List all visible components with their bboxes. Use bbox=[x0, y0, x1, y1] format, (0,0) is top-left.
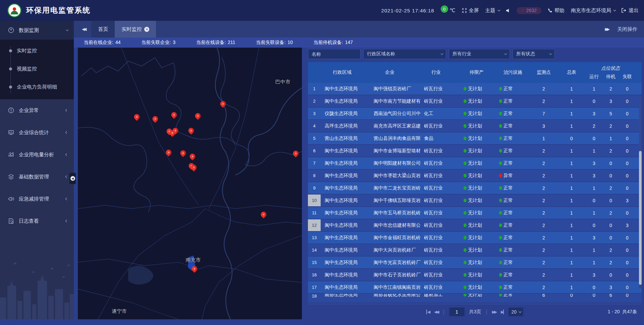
fullscreen-button[interactable]: 全屏 bbox=[462, 7, 479, 14]
cell-facility: 正常 bbox=[494, 222, 530, 228]
cell-run-count: 2 bbox=[586, 123, 602, 129]
fullscreen-icon bbox=[462, 8, 467, 13]
tabs-scroll-right-icon[interactable]: ▶▶ bbox=[605, 27, 608, 32]
cell-stop-count: 0 bbox=[602, 272, 619, 278]
scrollbar-thumb[interactable] bbox=[639, 151, 642, 285]
cell-run-count: 1 bbox=[586, 185, 602, 191]
table-row[interactable]: 13 阆中生态环境局 阆中市金福旺页岩机砖 砖瓦行业 无计划 正常 2 1 3 … bbox=[308, 232, 642, 244]
tabs-scroll-left-icon[interactable]: ◀◀ bbox=[74, 27, 91, 32]
sidebar-subitem-label: 实时监控 bbox=[17, 48, 37, 54]
table-scrollbar[interactable] bbox=[639, 97, 642, 288]
table-row[interactable]: 14 阆中生态环境局 阆中大兴页岩机砖厂 砖瓦行业 无计划 正常 2 1 1 2… bbox=[308, 244, 642, 257]
region-select[interactable]: 行政区域名称 bbox=[363, 49, 446, 59]
sidebar-item-label: 企业综合统计 bbox=[19, 129, 61, 136]
map-panel[interactable]: 巴中市南充市遂宁市 bbox=[78, 48, 302, 319]
cell-facility: 异常 bbox=[494, 173, 530, 179]
org-dropdown[interactable]: 南充市生态环境局 bbox=[571, 7, 615, 14]
table-row[interactable]: 16 阆中生态环境局 阆中市石子页岩机砖厂 砖瓦行业 无计划 正常 2 1 3 … bbox=[308, 269, 642, 281]
next-page-icon[interactable]: ▶▶ bbox=[492, 310, 496, 314]
cell-industry: 砖瓦行业 bbox=[424, 210, 456, 216]
cell-monitor-count: 2 bbox=[530, 173, 557, 178]
cell-stop-count: 0 bbox=[602, 198, 619, 203]
table-row[interactable]: 3 仪陇生态环境局 西南油气田分公司川中 化工 无计划 正常 7 1 3 5 0 bbox=[308, 108, 642, 120]
facility-status-dot bbox=[499, 294, 502, 296]
cell-industry: 砖瓦行业 bbox=[424, 185, 456, 191]
tab-realtime-monitor[interactable]: 实时监控 ✕ bbox=[115, 21, 156, 38]
app-logo-icon bbox=[7, 3, 21, 17]
cell-limit: 无计划 bbox=[456, 235, 494, 241]
cell-monitor-count: 6 bbox=[530, 294, 557, 303]
prev-page-icon[interactable]: ◀◀ bbox=[434, 310, 438, 314]
sidebar-item-data-monitor[interactable]: 数据监测 bbox=[0, 21, 74, 40]
cell-industry: 砖瓦行业 bbox=[424, 160, 456, 166]
table-row[interactable]: 17 阆中生态环境局 阆中市江南镇阆南页岩 砖瓦行业 无计划 正常 2 1 0 … bbox=[308, 281, 642, 294]
row-number: 6 bbox=[308, 145, 321, 157]
status-select[interactable]: 所有状态 bbox=[513, 49, 555, 59]
cell-monitor-count: 2 bbox=[530, 248, 557, 253]
cell-total-meter: 1 bbox=[557, 185, 586, 191]
notification-badge[interactable]: ⍾ 2632 bbox=[517, 7, 541, 14]
row-number: 10 bbox=[308, 195, 321, 206]
sidebar-item-enterprise-anomaly[interactable]: 企业异常 bbox=[0, 99, 74, 121]
table-row[interactable]: 15 阆中生态环境局 阆中市光富页岩机砖厂 砖瓦行业 无计划 正常 2 1 1 … bbox=[308, 257, 642, 269]
table-row[interactable]: 4 高坪生态环境局 南充市高坪区王家店建 砖瓦行业 无计划 正常 3 1 2 2… bbox=[308, 120, 642, 132]
layers-icon bbox=[8, 174, 14, 180]
sidebar-item-base-data[interactable]: 基础数据管理 bbox=[0, 166, 74, 188]
first-page-icon[interactable]: ◀ bbox=[426, 310, 429, 314]
theme-dropdown[interactable]: 主题 bbox=[485, 7, 499, 14]
cell-stop-count: 2 bbox=[602, 86, 619, 92]
table-row[interactable]: 10 阆中生态环境局 阆中千佛镇五郎垭页岩 砖瓦行业 无计划 正常 2 1 0 … bbox=[308, 195, 642, 207]
sidebar-item-emergency-reduction[interactable]: 应急减排管理 bbox=[0, 188, 74, 210]
cell-total-meter: 1 bbox=[557, 285, 586, 290]
sidebar-item-enterprise-statistics[interactable]: 企业综合统计 bbox=[0, 121, 74, 144]
table-row[interactable]: 2 阆中生态环境局 阆中市南方节能建材有 砖瓦行业 无计划 正常 2 1 0 3… bbox=[308, 95, 642, 108]
sidebar-item-realtime-monitor[interactable]: 实时监控 bbox=[0, 42, 74, 60]
table-row[interactable]: 5 营山生态环境局 营山县润丰肉食品有限 食品 无计划 正常 1 0 0 1 0 bbox=[308, 132, 642, 145]
close-icon[interactable]: ✕ bbox=[144, 27, 149, 32]
page-size-select[interactable]: 20 bbox=[508, 308, 523, 316]
facility-status-dot bbox=[499, 161, 502, 165]
logout-button[interactable]: 退出 bbox=[622, 7, 639, 14]
sidebar-collapse-button[interactable]: ◀ bbox=[69, 173, 76, 184]
cell-monitor-count: 2 bbox=[530, 260, 557, 265]
cell-lost-count: 0 bbox=[619, 210, 635, 216]
tab-home[interactable]: 首页 bbox=[91, 21, 115, 38]
table-row[interactable]: 18 南部生态环境局 南部县砚化水泥有限公 建材加工 无计划 正常 6 0 0 … bbox=[308, 294, 642, 303]
table-row[interactable]: 9 阆中生态环境局 阆中市二龙长宝页岩砖 砖瓦行业 无计划 正常 2 1 1 2… bbox=[308, 182, 642, 195]
cell-facility: 正常 bbox=[494, 294, 530, 303]
app-title: 环保用电监管系统 bbox=[26, 5, 91, 15]
table-row[interactable]: 11 阆中生态环境局 阆中市五马桥页岩机砖 砖瓦行业 无计划 正常 2 1 1 … bbox=[308, 207, 642, 219]
sidebar-item-log-view[interactable]: 日志查看 bbox=[0, 210, 74, 232]
close-operations-button[interactable]: 关闭操作 bbox=[617, 26, 637, 33]
sidebar-item-power-load-detail[interactable]: 企业电力负荷明细 bbox=[0, 78, 74, 96]
help-button[interactable]: 帮助 bbox=[548, 7, 565, 14]
cell-run-count: 0 bbox=[586, 198, 602, 203]
cell-run-count: 1 bbox=[586, 86, 602, 92]
cell-lost-count: 0 bbox=[619, 285, 635, 290]
last-page-icon[interactable]: ▶ bbox=[501, 310, 504, 314]
sidebar-item-video-monitor[interactable]: 视频监控 bbox=[0, 60, 74, 78]
sidebar-item-label: 应急减排管理 bbox=[19, 196, 61, 202]
filter-bar: 行政区域名称 所有行业 所有状态 bbox=[308, 49, 642, 59]
cell-industry: 砖瓦行业 bbox=[424, 247, 456, 253]
page-input[interactable] bbox=[449, 308, 465, 316]
cell-total-meter: 1 bbox=[557, 235, 586, 240]
facility-status-dot bbox=[499, 186, 502, 190]
cell-company: 阆中市石子页岩机砖厂 bbox=[374, 272, 424, 278]
industry-select[interactable]: 所有行业 bbox=[449, 49, 510, 59]
sidebar-item-power-analysis[interactable]: 企业用电量分析 bbox=[0, 144, 74, 166]
cell-facility: 正常 bbox=[494, 247, 530, 253]
city-label: 巴中市 bbox=[275, 79, 290, 85]
limit-status-dot bbox=[464, 124, 467, 128]
name-search-input[interactable] bbox=[308, 49, 361, 59]
cell-stop-count: 2 bbox=[602, 248, 619, 253]
sound-button[interactable] bbox=[506, 8, 510, 13]
cell-monitor-count: 2 bbox=[530, 210, 557, 216]
table-row[interactable]: 12 阆中生态环境局 阆中市忠信建材有限公 砖瓦行业 无计划 正常 2 1 0 … bbox=[308, 219, 642, 232]
table-row[interactable]: 6 阆中生态环境局 阆中市金博瑞新型墙材 砖瓦行业 无计划 正常 2 1 1 2… bbox=[308, 145, 642, 157]
chevron-down-icon bbox=[504, 52, 507, 55]
table-row[interactable]: 8 阆中生态环境局 阆中市枣碧大梁山页岩 砖瓦行业 无计划 异常 2 1 3 0… bbox=[308, 170, 642, 182]
cell-region: 阆中生态环境局 bbox=[321, 284, 374, 290]
table-row[interactable]: 1 阆中生态环境局 阆中强锐页岩砖厂 砖瓦行业 无计划 正常 2 1 1 2 0 bbox=[308, 83, 642, 95]
table-row[interactable]: 7 阆中生态环境局 阆中明阳建材有限公司 砖瓦行业 无计划 正常 2 1 3 0… bbox=[308, 157, 642, 170]
